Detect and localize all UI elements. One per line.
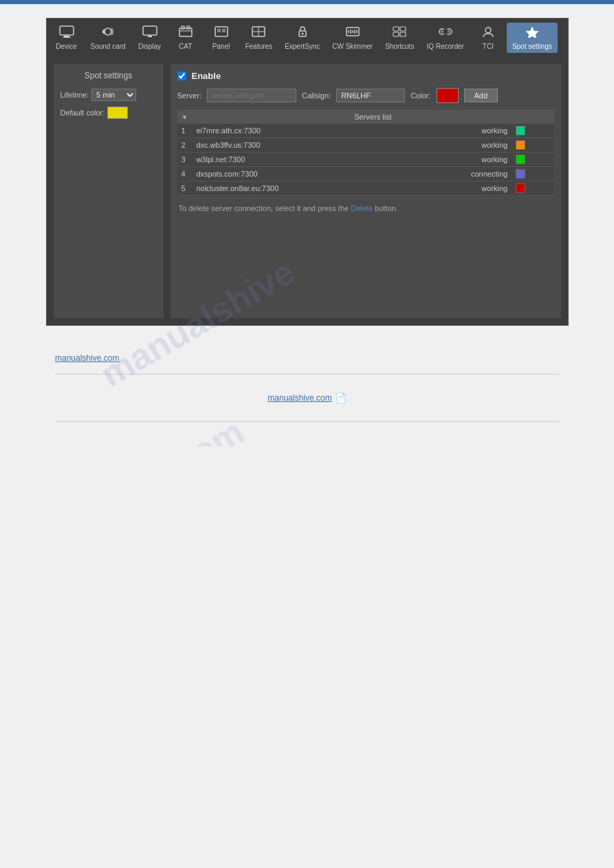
footer-doc-row: manualshive.com 📄 [55,386,559,410]
delete-hint-end: button. [373,204,398,212]
svg-rect-1 [64,36,69,37]
toolbar-item-expertsync[interactable]: ExpertSync [279,23,325,53]
device-icon [59,25,74,41]
svg-rect-7 [148,36,152,37]
server-label: Server: [177,91,201,100]
shortcuts-icon [392,25,407,41]
svg-rect-26 [393,27,399,31]
toolbar-item-display[interactable]: Display [133,23,167,53]
callsign-label: Callsign: [302,91,331,100]
toolbar: Device Sound card Display [47,19,568,57]
doc-icon: 📄 [335,392,347,403]
default-color-swatch[interactable] [107,107,128,119]
server-num: 4 [177,167,193,181]
display-label: Display [138,43,161,50]
toolbar-item-features[interactable]: Features [240,23,278,53]
toolbar-item-device[interactable]: Device [50,23,84,53]
lifetime-label: Lifetime: [61,91,89,99]
expertsync-icon [295,25,310,41]
app-window: Device Sound card Display [46,18,569,326]
server-row[interactable]: 2 dxc.wb3ffv.us:7300 working [177,138,554,153]
panel-label: Panel [212,43,230,50]
page-wrapper: Device Sound card Display [0,0,614,447]
svg-rect-6 [143,26,157,35]
server-row[interactable]: 4 dxspots.com:7300 connecting [177,167,554,181]
toolbar-item-tci[interactable]: TCI [471,23,505,53]
server-name: w3lpl.net:7300 [192,153,406,167]
lifetime-select[interactable]: 1 min 2 min 5 min 10 min 15 min 30 min [91,89,136,101]
cat-icon [178,25,193,41]
iq-recorder-label: IQ Recorder [426,43,463,50]
server-status: working [406,138,512,153]
enable-row: Enable [177,71,554,81]
server-name: dxc.wb3ffv.us:7300 [192,138,406,153]
delete-hint: To delete server connection, select it a… [177,201,554,215]
footer-doc-link[interactable]: manualshive.com [267,393,331,403]
footer-divider-2 [55,421,559,422]
default-color-row: Default color: [61,107,157,119]
sound-card-icon [100,25,116,41]
main-content: Spot settings Lifetime: 1 min 2 min 5 mi… [47,57,568,325]
left-panel: Spot settings Lifetime: 1 min 2 min 5 mi… [54,64,164,318]
callsign-input[interactable] [336,89,405,102]
server-num: 2 [177,138,193,153]
tci-icon [481,25,496,41]
svg-point-35 [485,27,491,33]
svg-rect-10 [187,26,190,29]
enable-label: Enable [192,71,221,81]
cw-skimmer-label: CW Skimmer [332,43,373,50]
server-config-row: Server: Callsign: Color: Add [177,88,554,103]
svg-point-33 [441,30,443,33]
display-icon [142,25,157,41]
server-status-color [512,138,553,153]
server-name: dxspots.com:7300 [192,167,406,181]
svg-rect-12 [215,27,228,36]
sort-arrow[interactable]: ▼ [177,110,193,124]
footer-link[interactable]: manualshive.com [55,353,119,363]
server-status-color [512,181,553,196]
server-row[interactable]: 5 nolcluster.on8ar.eu:7300 working [177,181,554,196]
svg-rect-28 [393,32,399,36]
color-picker-btn[interactable] [437,88,459,103]
add-button[interactable]: Add [464,89,498,102]
server-row[interactable]: 3 w3lpl.net:7300 working [177,153,554,167]
top-bar [0,0,614,4]
server-status-color [512,153,553,167]
toolbar-item-shortcuts[interactable]: Shortcuts [380,23,419,53]
toolbar-item-spot-settings[interactable]: Spot settings [507,23,558,53]
delete-key-text: Delete [351,204,373,212]
servers-table: ▼ Servers list 1 ei7mre.ath.cx:7300 work… [177,110,554,196]
toolbar-item-cat[interactable]: CAT [168,23,203,53]
right-panel: Enable Server: Callsign: Color: Add [171,64,561,318]
toolbar-item-sound-card[interactable]: Sound card [85,23,131,53]
svg-rect-9 [182,26,184,29]
footer-divider [55,374,559,375]
expertsync-label: ExpertSync [285,43,320,50]
server-status: connecting [406,167,512,181]
toolbar-item-cw-skimmer[interactable]: CW Skimmer [327,23,378,53]
svg-rect-0 [60,26,74,35]
shortcuts-label: Shortcuts [385,43,414,50]
servers-header-row: ▼ Servers list [177,110,554,124]
svg-rect-8 [179,28,192,36]
server-input[interactable] [207,89,296,102]
server-status: working [406,181,512,196]
delete-hint-text: To delete server connection, select it a… [179,204,351,212]
svg-rect-27 [400,27,406,31]
server-row[interactable]: 1 ei7mre.ath.cx:7300 working [177,124,554,138]
toolbar-item-panel[interactable]: Panel [204,23,239,53]
server-num: 1 [177,124,193,138]
features-icon [251,25,266,41]
panel-icon [214,25,229,41]
server-status: working [406,153,512,167]
default-color-label: Default color: [61,109,105,117]
cat-label: CAT [179,43,192,50]
svg-point-34 [448,30,450,33]
cw-skimmer-icon [345,25,360,41]
server-status: working [406,124,512,138]
toolbar-item-iq-recorder[interactable]: IQ Recorder [421,23,469,53]
iq-recorder-icon [438,25,453,41]
panel-title: Spot settings [61,71,157,80]
footer-area: manualshive.com manualshive.com 📄 [0,340,614,447]
enable-checkbox[interactable] [177,71,186,80]
